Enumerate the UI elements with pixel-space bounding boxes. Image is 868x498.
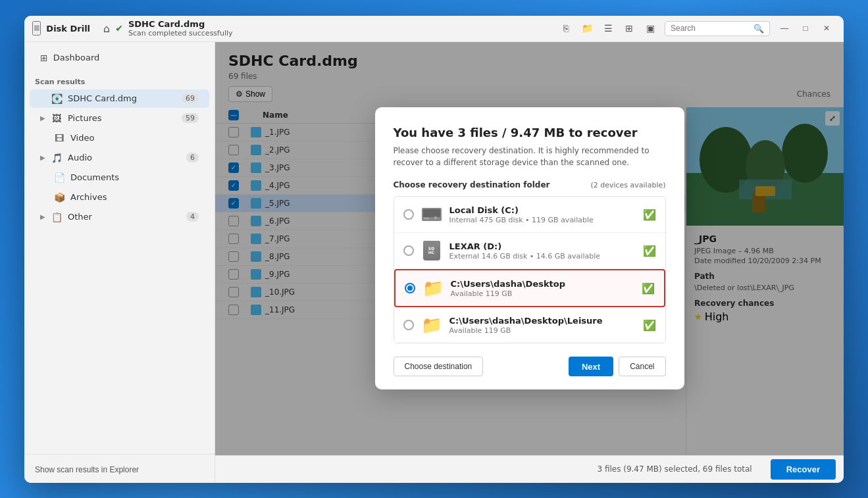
bottom-bar-info: 3 files (9.47 MB) selected, 69 files tot…	[223, 464, 763, 474]
bottom-bar: 3 files (9.47 MB) selected, 69 files tot…	[215, 455, 844, 483]
dest-meta-leisure: Available 119 GB	[449, 326, 638, 335]
pictures-icon: 🖼	[51, 113, 63, 124]
radio-leisure[interactable]	[403, 320, 414, 330]
split-view-icon[interactable]: ▣	[641, 19, 659, 37]
dashboard-icon: ⊞	[40, 53, 48, 63]
sidebar-item-other[interactable]: ▶ 📋 Other 4	[30, 208, 209, 226]
sidebar-label-sdhc: SDHC Card.dmg	[68, 93, 182, 103]
audio-icon: 🎵	[51, 153, 63, 163]
local-disk-icon	[421, 203, 443, 226]
dest-meta-local-disk: Internal 475 GB disk • 119 GB available	[449, 216, 638, 224]
destination-item-leisure[interactable]: 📁 C:\Users\dasha\Desktop\Leisure Availab…	[394, 307, 665, 343]
recovery-dialog: You have 3 files / 9.47 MB to recover Pl…	[375, 107, 684, 389]
sidebar-label-video: Video	[70, 133, 199, 143]
radio-lexar[interactable]	[403, 245, 414, 256]
sidebar-item-dashboard[interactable]: ⊞ Dashboard	[30, 46, 209, 70]
sidebar-item-audio[interactable]: ▶ 🎵 Audio 6	[30, 149, 209, 167]
app-window: ≡ Disk Drill ⌂ ✔ SDHC Card.dmg Scan comp…	[24, 16, 844, 483]
sidebar-section-title: Scan results	[24, 74, 215, 89]
desktop-folder-icon: 📁	[422, 277, 444, 299]
sidebar: ⊞ Dashboard Scan results 💽 SDHC Card.dmg…	[24, 42, 215, 483]
lexar-icon: SDHC	[421, 239, 443, 262]
sidebar-label-pictures: Pictures	[68, 113, 182, 123]
dialog-actions: Choose destination Next Cancel	[394, 357, 666, 376]
destination-item-lexar[interactable]: SDHC LEXAR (D:) External 14.6 GB disk • …	[394, 233, 665, 269]
destination-item-local-disk[interactable]: Local Disk (C:) Internal 475 GB disk • 1…	[394, 197, 665, 233]
dest-info-desktop: C:\Users\dasha\Desktop Available 119 GB	[451, 279, 636, 298]
status-check-icon: ✔	[115, 23, 123, 34]
next-button[interactable]: Next	[569, 357, 613, 376]
breadcrumb-filename: SDHC Card.dmg	[128, 19, 233, 29]
dashboard-label: Dashboard	[53, 53, 100, 62]
expand-icon-pictures: ▶	[40, 114, 48, 122]
sidebar-badge-sdhc: 69	[182, 93, 199, 103]
dest-check-lexar: ✅	[643, 245, 656, 257]
cancel-button[interactable]: Cancel	[619, 357, 665, 376]
minimize-button[interactable]: —	[775, 19, 794, 37]
open-folder-icon[interactable]: 📁	[578, 19, 596, 37]
dest-check-desktop: ✅	[642, 282, 655, 295]
sidebar-item-video[interactable]: 🎞 Video	[30, 129, 209, 147]
title-bar: ≡ Disk Drill ⌂ ✔ SDHC Card.dmg Scan comp…	[24, 16, 844, 42]
sidebar-item-documents[interactable]: 📄 Documents	[30, 168, 209, 187]
dest-info-local-disk: Local Disk (C:) Internal 475 GB disk • 1…	[449, 205, 638, 224]
choose-destination-button[interactable]: Choose destination	[394, 357, 484, 376]
sidebar-footer: Show scan results in Explorer	[24, 454, 215, 483]
svg-rect-9	[423, 209, 440, 217]
sidebar-badge-pictures: 59	[182, 113, 199, 123]
search-bar: 🔍	[665, 21, 770, 36]
modal-overlay: You have 3 files / 9.47 MB to recover Pl…	[215, 42, 844, 455]
home-icon[interactable]: ⌂	[103, 22, 110, 35]
dest-meta-desktop: Available 119 GB	[451, 289, 636, 298]
dest-name-desktop: C:\Users\dasha\Desktop	[451, 279, 636, 289]
dest-name-local-disk: Local Disk (C:)	[449, 205, 638, 215]
breadcrumb-status: Scan completed successfully	[128, 29, 233, 37]
destination-item-desktop[interactable]: 📁 C:\Users\dasha\Desktop Available 119 G…	[394, 269, 665, 307]
video-icon: 🎞	[53, 133, 65, 143]
dest-check-local-disk: ✅	[643, 209, 656, 221]
dialog-devices-available: (2 devices available)	[590, 181, 665, 189]
drive-icon: 💽	[51, 93, 63, 104]
search-icon: 🔍	[753, 24, 764, 34]
dest-name-lexar: LEXAR (D:)	[449, 241, 638, 251]
archives-icon: 📦	[53, 192, 65, 203]
sidebar-item-sdhc[interactable]: 💽 SDHC Card.dmg 69	[30, 89, 209, 108]
dialog-title: You have 3 files / 9.47 MB to recover	[394, 126, 666, 139]
dest-name-leisure: C:\Users\dasha\Desktop\Leisure	[449, 316, 638, 326]
sidebar-badge-other: 4	[186, 212, 199, 222]
sidebar-label-documents: Documents	[70, 172, 199, 182]
main-content: ⊞ Dashboard Scan results 💽 SDHC Card.dmg…	[24, 42, 844, 483]
new-file-icon[interactable]: ⎘	[557, 19, 575, 37]
dialog-subtitle: Please choose recovery destination. It i…	[394, 145, 666, 168]
other-icon: 📋	[51, 212, 63, 222]
svg-point-10	[434, 216, 437, 219]
dialog-section-label: Choose recovery destination folder	[394, 180, 550, 189]
hamburger-button[interactable]: ≡	[32, 21, 41, 36]
dialog-section-header: Choose recovery destination folder (2 de…	[394, 180, 666, 189]
leisure-folder-icon: 📁	[421, 314, 443, 336]
sidebar-label-other: Other	[68, 212, 186, 222]
list-view-icon[interactable]: ☰	[599, 19, 617, 37]
sidebar-item-pictures[interactable]: ▶ 🖼 Pictures 59	[30, 109, 209, 128]
dest-info-leisure: C:\Users\dasha\Desktop\Leisure Available…	[449, 316, 638, 335]
recover-button[interactable]: Recover	[771, 459, 836, 480]
dest-meta-lexar: External 14.6 GB disk • 14.6 GB availabl…	[449, 252, 638, 261]
close-button[interactable]: ✕	[817, 19, 836, 37]
sidebar-label-archives: Archives	[70, 192, 199, 202]
show-in-explorer-button[interactable]: Show scan results in Explorer	[35, 465, 139, 474]
app-title: Disk Drill	[46, 24, 90, 34]
svg-rect-11	[424, 218, 429, 219]
expand-icon-other: ▶	[40, 213, 48, 220]
radio-desktop[interactable]	[405, 283, 415, 293]
expand-icon-audio: ▶	[40, 154, 48, 161]
sidebar-item-archives[interactable]: 📦 Archives	[30, 188, 209, 207]
sidebar-label-audio: Audio	[68, 153, 186, 162]
search-input[interactable]	[671, 24, 751, 33]
dest-info-lexar: LEXAR (D:) External 14.6 GB disk • 14.6 …	[449, 241, 638, 261]
maximize-button[interactable]: □	[796, 19, 815, 37]
radio-local-disk[interactable]	[403, 209, 414, 220]
documents-icon: 📄	[53, 172, 65, 183]
sidebar-badge-audio: 6	[186, 153, 199, 162]
destination-list: Local Disk (C:) Internal 475 GB disk • 1…	[394, 196, 666, 343]
grid-view-icon[interactable]: ⊞	[620, 19, 638, 37]
